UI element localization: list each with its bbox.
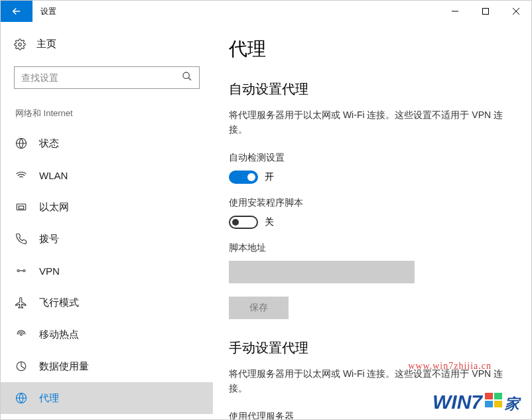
sidebar-item-datausage[interactable]: 数据使用量 — [14, 350, 200, 382]
watermark-brand: WIN7 家 — [432, 391, 519, 414]
sidebar-item-dialup[interactable]: 拨号 — [14, 223, 200, 255]
minimize-button[interactable] — [440, 1, 470, 22]
sidebar-item-proxy[interactable]: 代理 — [1, 382, 213, 414]
svg-line-6 — [188, 78, 191, 80]
window-title: 设置 — [33, 1, 56, 22]
page-title: 代理 — [229, 36, 511, 62]
hotspot-icon — [15, 328, 27, 340]
svg-point-10 — [17, 270, 19, 272]
sidebar-item-label: 状态 — [39, 137, 59, 150]
category-label: 网络和 Internet — [14, 107, 200, 119]
ethernet-icon — [15, 201, 27, 213]
use-script-toggle[interactable] — [229, 216, 258, 229]
auto-detect-toggle[interactable] — [229, 171, 258, 184]
auto-detect-label: 自动检测设置 — [229, 152, 511, 164]
toggle-state: 开 — [265, 171, 274, 183]
close-button[interactable] — [501, 1, 531, 22]
sidebar-item-label: VPN — [39, 265, 60, 277]
svg-rect-9 — [19, 206, 24, 210]
home-label: 主页 — [36, 38, 56, 50]
script-address-label: 脚本地址 — [229, 242, 511, 254]
sidebar-item-airplane[interactable]: 飞行模式 — [14, 287, 200, 318]
back-button[interactable] — [1, 1, 33, 22]
sidebar-item-label: 代理 — [39, 392, 59, 405]
sidebar-item-ethernet[interactable]: 以太网 — [14, 191, 200, 223]
sidebar-item-wlan[interactable]: WLAN — [14, 159, 200, 191]
svg-rect-1 — [483, 9, 489, 15]
svg-point-12 — [21, 334, 23, 336]
sidebar-item-label: 数据使用量 — [39, 360, 89, 373]
manual-proxy-heading: 手动设置代理 — [229, 339, 511, 357]
data-icon — [15, 360, 27, 372]
toggle-state: 关 — [265, 216, 274, 228]
phone-icon — [15, 233, 27, 245]
main-content: 代理 自动设置代理 将代理服务器用于以太网或 Wi-Fi 连接。这些设置不适用于… — [213, 22, 531, 419]
sidebar-item-label: 拨号 — [39, 233, 59, 245]
vpn-icon — [15, 265, 27, 277]
globe-icon — [15, 392, 27, 404]
home-link[interactable]: 主页 — [14, 34, 200, 54]
save-button[interactable]: 保存 — [229, 297, 289, 319]
svg-rect-16 — [494, 393, 502, 399]
search-icon — [182, 71, 192, 84]
svg-rect-15 — [485, 393, 493, 399]
svg-point-5 — [183, 72, 189, 78]
search-box[interactable] — [14, 66, 200, 89]
sidebar-item-label: 以太网 — [39, 201, 69, 214]
watermark-url: www.win7zhijia.cn — [408, 361, 492, 372]
globe-icon — [15, 137, 27, 149]
script-address-input[interactable] — [229, 261, 415, 283]
use-script-label: 使用安装程序脚本 — [229, 197, 511, 209]
sidebar-item-status[interactable]: 状态 — [14, 127, 200, 159]
sidebar-item-label: 移动热点 — [39, 328, 79, 341]
sidebar-item-label: WLAN — [39, 170, 68, 181]
sidebar-item-vpn[interactable]: VPN — [14, 255, 200, 287]
sidebar: 主页 网络和 Internet 状态 WLAN 以太网 拨号 — [1, 22, 213, 419]
search-input[interactable] — [21, 72, 182, 83]
svg-point-11 — [23, 270, 25, 272]
auto-proxy-heading: 自动设置代理 — [229, 80, 511, 98]
maximize-button[interactable] — [470, 1, 501, 22]
svg-point-4 — [19, 42, 22, 46]
wifi-icon — [15, 169, 27, 181]
svg-rect-17 — [485, 401, 493, 407]
airplane-icon — [15, 297, 27, 309]
sidebar-item-hotspot[interactable]: 移动热点 — [14, 318, 200, 350]
gear-icon — [14, 38, 26, 50]
sidebar-item-label: 飞行模式 — [39, 297, 79, 309]
svg-rect-18 — [494, 401, 502, 407]
auto-proxy-desc: 将代理服务器用于以太网或 Wi-Fi 连接。这些设置不适用于 VPN 连接。 — [229, 107, 507, 137]
